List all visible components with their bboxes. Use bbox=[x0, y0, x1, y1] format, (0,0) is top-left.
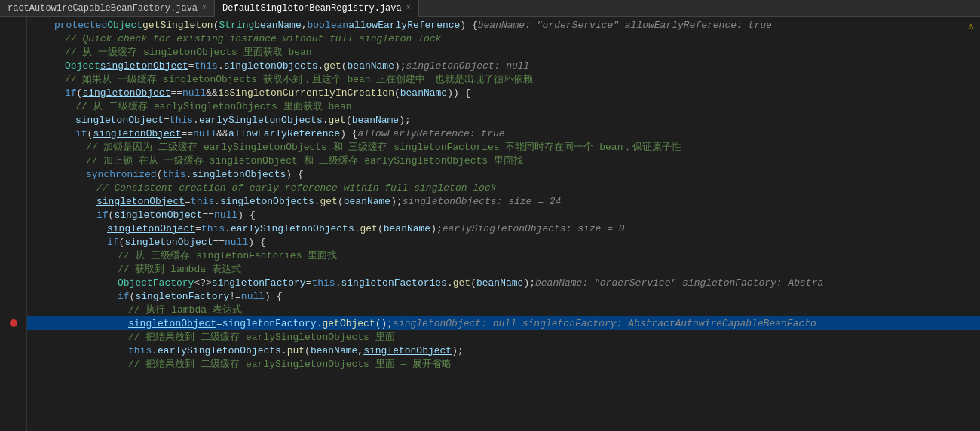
token-kw: synchronized bbox=[86, 169, 157, 180]
code-line: if (singletonObject == null && isSinglet… bbox=[27, 86, 980, 99]
token-plain: . bbox=[218, 60, 224, 72]
token-kw: if bbox=[75, 128, 87, 139]
tab-registry[interactable]: DefaultSingletonBeanRegistry.java × bbox=[215, 0, 419, 17]
token-field: singletonObjects bbox=[191, 169, 286, 180]
gutter bbox=[0, 17, 27, 431]
token-type: String bbox=[219, 20, 254, 31]
gutter-marker bbox=[8, 194, 19, 208]
gutter-marker bbox=[8, 45, 19, 59]
token-plain: . bbox=[281, 345, 287, 356]
token-kw: this bbox=[162, 169, 185, 180]
token-hint: singletonObjects: size = 24 bbox=[403, 196, 562, 207]
gutter-marker bbox=[8, 72, 19, 86]
token-plain: = bbox=[188, 60, 194, 72]
token-comment-cn: // 把结果放到 二级缓存 earlySingletonObjects 里面 —… bbox=[128, 357, 452, 371]
token-field: singletonObject bbox=[363, 345, 452, 356]
code-line: Object singletonObject = this.singletonO… bbox=[27, 59, 980, 72]
token-hint: beanName: "orderService" singletonFactor… bbox=[535, 277, 823, 289]
token-fn: getObject bbox=[322, 318, 375, 329]
token-plain: . bbox=[225, 223, 231, 234]
code-line: if (singletonObject == null) { bbox=[27, 208, 980, 222]
gutter-marker bbox=[8, 167, 19, 181]
token-kw: if bbox=[107, 237, 119, 248]
gutter-marker bbox=[8, 222, 19, 235]
token-field: singletonObject bbox=[100, 60, 188, 72]
token-kw: this bbox=[201, 223, 225, 234]
gutter-marker bbox=[8, 99, 19, 113]
token-comment-cn: // 从 三级缓存 singletonFactories 里面找 bbox=[118, 249, 337, 262]
tab-bar: ractAutowireCapableBeanFactory.java × De… bbox=[0, 0, 980, 17]
token-hint: earlySingletonObjects: size = 0 bbox=[443, 223, 625, 234]
token-param: beanName bbox=[476, 277, 523, 289]
token-comment-cn: // 执行 lambda 表达式 bbox=[128, 303, 242, 316]
token-type: ObjectFactory bbox=[118, 277, 194, 289]
token-plain: . bbox=[317, 318, 323, 329]
gutter-marker bbox=[8, 181, 19, 194]
token-plain: && bbox=[206, 87, 218, 99]
token-plain: ) { bbox=[460, 20, 477, 31]
code-line: synchronized (this.singletonObjects) { bbox=[27, 167, 980, 181]
token-plain: == bbox=[202, 209, 214, 221]
code-line: this.earlySingletonObjects.put(beanName,… bbox=[27, 344, 980, 357]
code-line: // 把结果放到 二级缓存 earlySingletonObjects 里面 —… bbox=[27, 357, 980, 371]
token-plain: ) { bbox=[237, 209, 255, 221]
token-field: singletonObject bbox=[96, 196, 185, 207]
gutter-marker bbox=[8, 86, 19, 99]
token-plain: = bbox=[195, 223, 201, 234]
token-comment: // Consistent creation of early referenc… bbox=[96, 182, 497, 194]
token-kw: null bbox=[182, 87, 206, 99]
gutter-marker bbox=[8, 18, 19, 32]
token-plain: ); bbox=[399, 115, 411, 126]
token-plain: ( bbox=[157, 169, 163, 180]
gutter-marker bbox=[8, 32, 19, 45]
token-fn: get bbox=[453, 277, 470, 289]
token-plain: && bbox=[216, 128, 228, 139]
code-line: // 从 三级缓存 singletonFactories 里面找 bbox=[27, 249, 980, 262]
tab-factory[interactable]: ractAutowireCapableBeanFactory.java × bbox=[0, 0, 215, 17]
gutter-marker bbox=[8, 344, 19, 357]
gutter-marker bbox=[8, 276, 19, 289]
gutter-marker bbox=[8, 303, 19, 316]
editor-area: protected Object getSingleton(String bea… bbox=[0, 17, 980, 431]
warning-icon: ⚠ bbox=[968, 20, 974, 32]
token-field: singletonObjects bbox=[224, 60, 318, 72]
token-plain: = bbox=[216, 318, 222, 329]
code-line: // 执行 lambda 表达式 bbox=[27, 303, 980, 316]
token-kw: this bbox=[191, 196, 214, 207]
token-field: singletonFactory bbox=[212, 277, 306, 289]
gutter-marker bbox=[8, 208, 19, 222]
token-plain: , bbox=[302, 20, 308, 31]
tab-registry-close[interactable]: × bbox=[406, 4, 411, 12]
token-param: allowEarlyReference bbox=[348, 20, 460, 31]
breakpoint-dot[interactable] bbox=[10, 319, 17, 327]
tab-factory-label: ractAutowireCapableBeanFactory.java bbox=[8, 3, 198, 14]
token-hint: beanName: "orderService" allowEarlyRefer… bbox=[478, 20, 772, 31]
token-plain: . bbox=[193, 115, 199, 126]
tab-factory-close[interactable]: × bbox=[202, 4, 207, 12]
token-plain: ( bbox=[130, 291, 136, 302]
code-line: // 从 一级缓存 singletonObjects 里面获取 bean bbox=[27, 45, 980, 59]
token-plain: . bbox=[323, 115, 329, 126]
token-kw: null bbox=[241, 291, 265, 302]
token-plain: (); bbox=[375, 318, 393, 329]
token-kw: this bbox=[194, 60, 218, 72]
token-kw: this bbox=[311, 277, 335, 289]
token-plain: = bbox=[185, 196, 191, 207]
token-field: singletonObject bbox=[128, 318, 216, 329]
token-field: singletonObjects bbox=[220, 196, 314, 207]
token-plain: ( bbox=[394, 87, 400, 99]
token-field: singletonObject bbox=[93, 128, 181, 139]
token-kw: null bbox=[225, 237, 248, 248]
token-plain: . bbox=[186, 169, 192, 180]
token-comment-cn: // 加上锁 在从 一级缓存 singletonObject 和 二级缓存 ea… bbox=[86, 154, 523, 167]
code-line: // Quick check for existing instance wit… bbox=[27, 32, 980, 45]
token-plain: == bbox=[181, 128, 193, 139]
token-field: singletonObject bbox=[124, 237, 213, 248]
code-line: // 加锁是因为 二级缓存 earlySingletonObjects 和 三级… bbox=[27, 140, 980, 154]
token-plain: , bbox=[357, 345, 363, 356]
code-line: // 如果从 一级缓存 singletonObjects 获取不到，且这个 be… bbox=[27, 72, 980, 86]
token-plain: . bbox=[447, 277, 453, 289]
token-kw: this bbox=[128, 345, 152, 356]
token-fn: get bbox=[323, 60, 341, 72]
token-plain: ); bbox=[390, 196, 403, 207]
